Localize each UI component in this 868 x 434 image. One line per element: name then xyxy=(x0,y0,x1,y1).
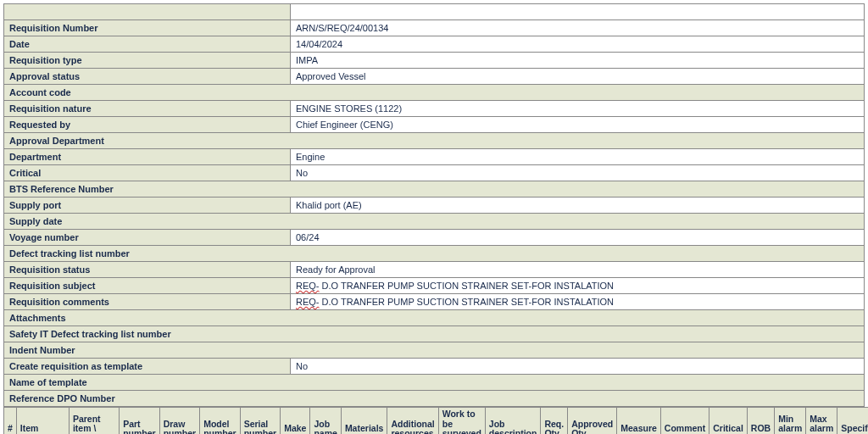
item-col-header: Materials xyxy=(341,408,387,435)
item-col-header: Parent item \ Category xyxy=(69,408,119,435)
item-col-header: Item xyxy=(16,408,69,435)
header-label: Requisition nature xyxy=(4,101,291,117)
header-label: Date xyxy=(4,36,291,53)
header-full-row: Supply date xyxy=(4,214,865,230)
item-col-header: Job description xyxy=(485,408,541,435)
header-label: Voyage number xyxy=(4,230,291,246)
header-value: No xyxy=(291,359,865,375)
item-col-header: Additional resources xyxy=(387,408,438,435)
header-blank-value xyxy=(291,4,865,20)
header-label: Supply port xyxy=(4,198,291,214)
header-value: ARN/S/REQ/24/00134 xyxy=(291,20,865,36)
item-col-header: Specifications xyxy=(837,408,868,435)
header-value: Approved Vessel xyxy=(291,69,865,85)
header-full-row: Approval Department xyxy=(4,133,865,149)
header-full-row: Attachments xyxy=(4,310,865,326)
requisition-header-table: Requisition NumberARN/S/REQ/24/00134Date… xyxy=(3,3,865,407)
header-label: Requested by xyxy=(4,117,291,133)
item-col-header: # xyxy=(4,408,17,435)
item-col-header: Req. Qty xyxy=(541,408,568,435)
header-value: ENGINE STORES (1122) xyxy=(291,101,865,117)
header-full-row: Indent Number xyxy=(4,342,865,359)
item-col-header: Part number xyxy=(120,408,160,435)
item-col-header: Make xyxy=(281,408,310,435)
item-col-header: Model number xyxy=(200,408,241,435)
item-col-header: Max alarm Qty xyxy=(806,408,837,435)
header-value: 14/04/2024 xyxy=(291,36,865,53)
header-label: Requisition subject xyxy=(4,278,291,294)
header-value: Chief Engineer (CENG) xyxy=(291,117,865,133)
header-label: Approval status xyxy=(4,69,291,85)
item-col-header: Serial number xyxy=(240,408,281,435)
header-label: Requisition Number xyxy=(4,20,291,36)
header-full-row: Account code xyxy=(4,85,865,101)
header-full-row: Name of template xyxy=(4,375,865,391)
header-value: 06/24 xyxy=(291,230,865,246)
item-table: #ItemParent item \ CategoryPart numberDr… xyxy=(3,407,868,434)
header-label: Requisition type xyxy=(4,53,291,69)
header-value: No xyxy=(291,165,865,181)
header-full-row: Safety IT Defect tracking list number xyxy=(4,326,865,342)
header-value: Engine xyxy=(291,149,865,165)
header-label: Requisition status xyxy=(4,262,291,278)
header-blank-label xyxy=(4,4,291,20)
header-full-row: BTS Reference Number xyxy=(4,181,865,198)
header-label: Department xyxy=(4,149,291,165)
header-label: Critical xyxy=(4,165,291,181)
item-col-header: Work to be surveyed by xyxy=(438,408,485,435)
item-col-header: Critical xyxy=(709,408,748,435)
header-label: Requisition comments xyxy=(4,294,291,310)
item-col-header: Approved Qty xyxy=(568,408,617,435)
item-col-header: Comment xyxy=(660,408,709,435)
item-col-header: ROB xyxy=(747,408,774,435)
header-value: IMPA xyxy=(291,53,865,69)
header-full-row: Defect tracking list number xyxy=(4,246,865,262)
item-col-header: Min alarm Qty xyxy=(775,408,806,435)
header-label: Create requisition as template xyxy=(4,359,291,375)
header-value: Khalid port (AE) xyxy=(291,198,865,214)
header-value: REQ- D.O TRANFER PUMP SUCTION STRAINER S… xyxy=(291,294,865,310)
item-col-header: Measure xyxy=(617,408,661,435)
header-full-row: Reference DPO Number xyxy=(4,391,865,407)
header-value: REQ- D.O TRANFER PUMP SUCTION STRAINER S… xyxy=(291,278,865,294)
header-value: Ready for Approval xyxy=(291,262,865,278)
item-col-header: Draw number xyxy=(159,408,200,435)
item-col-header: Job name xyxy=(310,408,341,435)
